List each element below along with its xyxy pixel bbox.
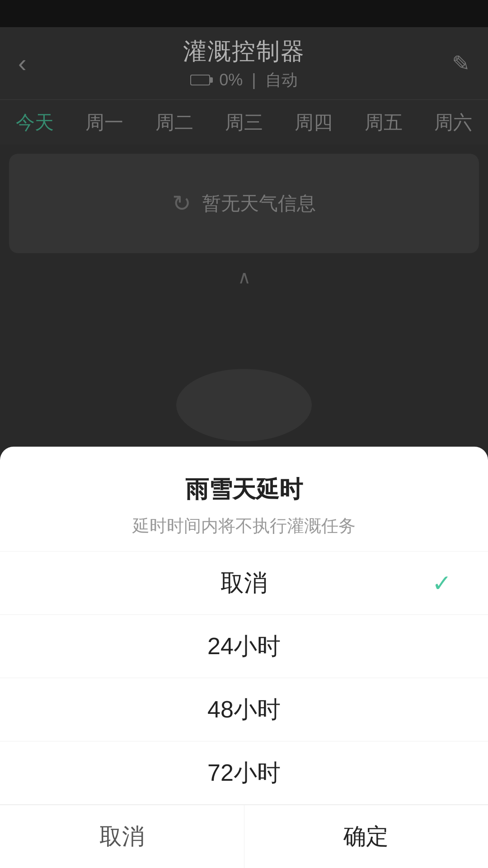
bottom-sheet-dialog: 雨雪天延时 延时时间内将不执行灌溉任务 取消 ✓ 24小时 48小时 72小时 [0, 447, 488, 868]
option-cancel[interactable]: 取消 ✓ [0, 552, 488, 615]
option-cancel-label: 取消 [221, 567, 267, 599]
dialog-title: 雨雪天延时 [18, 474, 470, 505]
action-buttons: 取消 确定 [0, 805, 488, 868]
option-48h[interactable]: 48小时 [0, 678, 488, 741]
cancel-button-label: 取消 [99, 821, 145, 852]
dialog-header: 雨雪天延时 延时时间内将不执行灌溉任务 [0, 447, 488, 552]
option-24h-label: 24小时 [207, 631, 281, 662]
option-48h-label: 48小时 [207, 694, 281, 726]
confirm-button[interactable]: 确定 [244, 805, 488, 868]
option-cancel-check-icon: ✓ [432, 570, 452, 597]
option-24h[interactable]: 24小时 [0, 615, 488, 678]
cancel-button[interactable]: 取消 [0, 805, 244, 868]
confirm-button-label: 确定 [343, 821, 389, 852]
option-72h-label: 72小时 [207, 757, 281, 789]
options-list: 取消 ✓ 24小时 48小时 72小时 [0, 552, 488, 805]
modal-overlay: 雨雪天延时 延时时间内将不执行灌溉任务 取消 ✓ 24小时 48小时 72小时 [0, 0, 488, 868]
dialog-subtitle: 延时时间内将不执行灌溉任务 [18, 514, 470, 538]
option-72h[interactable]: 72小时 [0, 741, 488, 805]
